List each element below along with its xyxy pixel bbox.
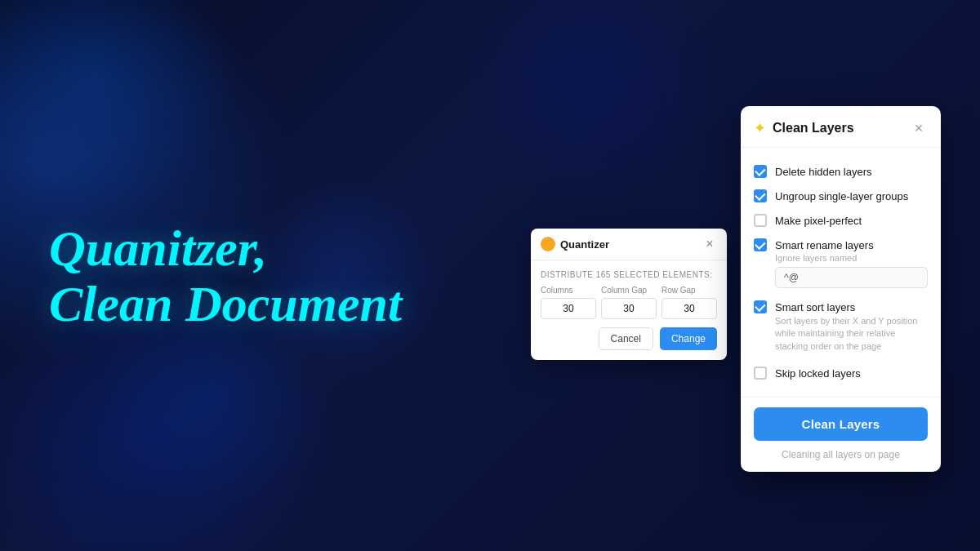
quantizer-body: DISTRIBUTE 165 SELECTED ELEMENTS: Column… xyxy=(531,260,727,360)
star-icon: ✦ xyxy=(754,121,766,136)
quantizer-title-row: Quantizer xyxy=(541,237,609,251)
quantizer-dialog: Quantizer × DISTRIBUTE 165 SELECTED ELEM… xyxy=(531,229,727,360)
label-smart-sort: Smart sort layers xyxy=(775,301,855,313)
panel-title-row: ✦ Clean Layers xyxy=(754,121,854,136)
column-gap-group: Column Gap xyxy=(601,286,657,319)
smart-sort-desc: Sort layers by their X and Y position wh… xyxy=(775,315,928,353)
option-ungroup-single: Ungroup single-layer groups xyxy=(754,184,928,208)
row-gap-input[interactable] xyxy=(662,298,717,319)
column-gap-input[interactable] xyxy=(601,298,657,319)
quantizer-title: Quantizer xyxy=(560,238,609,251)
quantizer-close-button[interactable]: × xyxy=(702,237,717,251)
smart-sort-sub: Sort layers by their X and Y position wh… xyxy=(754,315,928,361)
checkbox-smart-rename[interactable] xyxy=(754,238,767,251)
page-content: Quanitzer, Clean Document Quantizer × DI… xyxy=(0,0,980,551)
smart-rename-sub: Ignore layers named xyxy=(754,253,928,295)
clean-layers-button[interactable]: Clean Layers xyxy=(754,407,928,441)
panel-close-button[interactable]: × xyxy=(910,119,928,137)
dialog-buttons: Cancel Change xyxy=(541,327,717,350)
option-delete-hidden: Delete hidden layers xyxy=(754,159,928,184)
column-gap-label: Column Gap xyxy=(601,286,657,295)
label-delete-hidden: Delete hidden layers xyxy=(775,166,872,178)
cancel-button[interactable]: Cancel xyxy=(599,327,653,350)
hero-line2: Clean Document xyxy=(49,276,402,331)
label-ungroup-single: Ungroup single-layer groups xyxy=(775,190,908,202)
label-pixel-perfect: Make pixel-perfect xyxy=(775,215,862,227)
option-skip-locked: Skip locked layers xyxy=(754,361,928,385)
checkbox-delete-hidden[interactable] xyxy=(754,165,767,178)
cleaning-note: Cleaning all layers on page xyxy=(782,449,900,460)
columns-row: Columns Column Gap Row Gap xyxy=(541,286,717,319)
ignore-layers-input[interactable] xyxy=(775,267,928,288)
row-gap-label: Row Gap xyxy=(662,286,717,295)
hero-line1: Quanitzer, xyxy=(49,220,267,275)
quantizer-icon xyxy=(541,237,555,251)
clean-layers-panel: ✦ Clean Layers × Delete hidden layers Un… xyxy=(741,106,941,472)
hero-section: Quanitzer, Clean Document xyxy=(49,220,402,331)
ignore-layers-label: Ignore layers named xyxy=(775,253,928,263)
change-button[interactable]: Change xyxy=(660,327,717,350)
panel-title: Clean Layers xyxy=(773,121,854,136)
label-skip-locked: Skip locked layers xyxy=(775,367,861,380)
columns-input[interactable] xyxy=(541,298,596,319)
quantizer-header: Quantizer × xyxy=(531,229,727,260)
hero-title: Quanitzer, Clean Document xyxy=(49,220,402,331)
row-gap-group: Row Gap xyxy=(662,286,717,319)
checkbox-pixel-perfect[interactable] xyxy=(754,214,767,227)
panel-header: ✦ Clean Layers × xyxy=(741,106,941,148)
columns-group: Columns xyxy=(541,286,596,319)
checkbox-smart-sort[interactable] xyxy=(754,300,767,313)
distribute-label: DISTRIBUTE 165 SELECTED ELEMENTS: xyxy=(541,270,717,279)
checkbox-ungroup-single[interactable] xyxy=(754,189,767,202)
columns-label: Columns xyxy=(541,286,596,295)
option-smart-rename: Smart rename layers xyxy=(754,233,928,253)
option-smart-sort: Smart sort layers xyxy=(754,295,928,315)
label-smart-rename: Smart rename layers xyxy=(775,239,874,251)
option-pixel-perfect: Make pixel-perfect xyxy=(754,208,928,233)
panel-body: Delete hidden layers Ungroup single-laye… xyxy=(741,148,941,397)
panel-footer: Clean Layers Cleaning all layers on page xyxy=(741,397,941,472)
checkbox-skip-locked[interactable] xyxy=(754,367,767,380)
